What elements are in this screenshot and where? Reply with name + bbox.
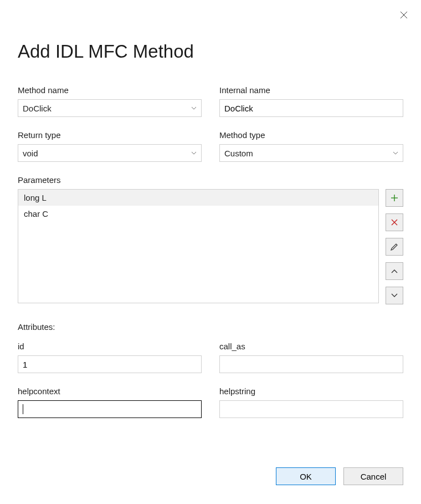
chevron-down-icon: [191, 150, 197, 156]
helpcontext-label: helpcontext: [18, 386, 202, 396]
cancel-button[interactable]: Cancel: [343, 467, 403, 485]
edit-parameter-button[interactable]: [386, 238, 403, 256]
parameters-listbox[interactable]: long Lchar C: [18, 189, 379, 303]
helpcontext-field[interactable]: [23, 405, 197, 414]
attributes-section-label: Attributes:: [18, 322, 403, 332]
method-name-label: Method name: [18, 85, 202, 95]
call-as-label: call_as: [219, 342, 403, 351]
return-type-combo[interactable]: void: [18, 144, 202, 162]
add-parameter-button[interactable]: [386, 189, 403, 207]
parameters-label: Parameters: [18, 175, 403, 185]
internal-name-input[interactable]: [219, 99, 403, 117]
plus-icon: [390, 194, 399, 202]
close-button[interactable]: [399, 10, 409, 20]
parameter-item[interactable]: char C: [18, 206, 378, 222]
id-field[interactable]: [23, 360, 197, 369]
move-down-button[interactable]: [386, 287, 403, 304]
internal-name-label: Internal name: [219, 85, 403, 95]
pencil-icon: [390, 242, 399, 251]
id-input[interactable]: [18, 355, 202, 373]
ok-button-label: OK: [300, 472, 312, 481]
call-as-field[interactable]: [224, 360, 398, 369]
method-type-combo[interactable]: Custom: [219, 144, 403, 162]
chevron-down-icon: [191, 105, 197, 111]
chevron-down-icon: [391, 293, 398, 298]
internal-name-field[interactable]: [224, 104, 398, 113]
chevron-down-icon: [393, 150, 398, 156]
close-icon: [400, 11, 408, 19]
return-type-label: Return type: [18, 130, 202, 140]
ok-button[interactable]: OK: [276, 467, 336, 485]
method-type-value: Custom: [224, 149, 393, 158]
dialog-title: Add IDL MFC Method: [18, 41, 403, 62]
helpstring-field[interactable]: [224, 405, 398, 414]
id-label: id: [18, 342, 202, 351]
chevron-up-icon: [391, 268, 398, 274]
remove-parameter-button[interactable]: [386, 213, 403, 231]
move-up-button[interactable]: [386, 262, 403, 280]
parameter-item[interactable]: long L: [18, 190, 378, 206]
helpstring-label: helpstring: [219, 386, 403, 396]
method-name-value: DoClick: [23, 104, 191, 113]
x-icon: [390, 218, 399, 227]
cancel-button-label: Cancel: [361, 472, 387, 481]
method-type-label: Method type: [219, 130, 403, 140]
method-name-combo[interactable]: DoClick: [18, 99, 202, 117]
call-as-input[interactable]: [219, 355, 403, 373]
helpstring-input[interactable]: [219, 400, 403, 418]
return-type-value: void: [23, 149, 191, 158]
helpcontext-input[interactable]: [18, 400, 202, 418]
